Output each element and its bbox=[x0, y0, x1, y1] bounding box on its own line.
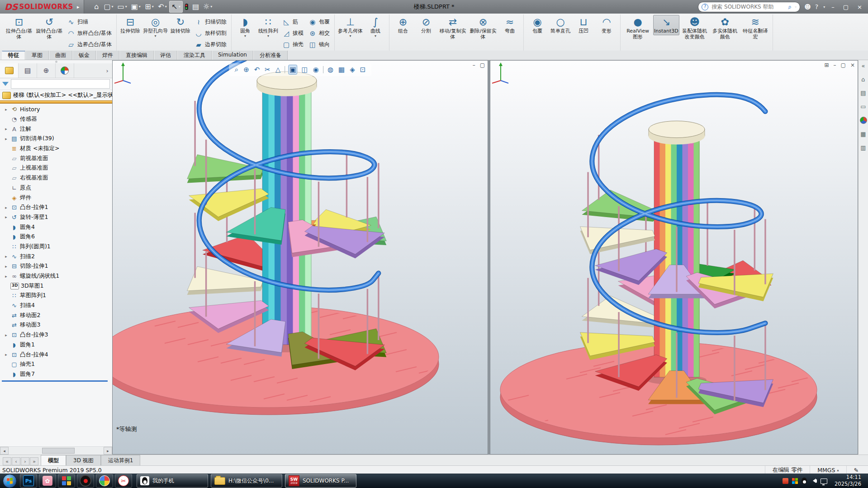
ribbon-button-lofted-boss[interactable]: ◠放样凸台/基体 bbox=[66, 28, 113, 39]
user-icon[interactable]: ☻ bbox=[804, 3, 811, 10]
search-dropdown-icon[interactable]: ▾ bbox=[795, 5, 797, 9]
tree-item[interactable]: ▸∿扫描2 bbox=[1, 251, 112, 261]
tree-horizontal-scrollbar[interactable]: ◂ ▸ bbox=[0, 446, 112, 455]
panel-splitter[interactable] bbox=[0, 60, 112, 63]
tree-item[interactable]: ▸⟲History bbox=[1, 104, 112, 114]
new-document-button[interactable]: ▢▾ bbox=[102, 1, 115, 12]
hide-show-items-icon[interactable]: ◉ bbox=[312, 65, 320, 74]
viewport-left[interactable]: ⌕⊕↶✂△▣◫◉◍▦◈⊡ – ▢ *等轴测 bbox=[112, 60, 488, 455]
tab-钣金[interactable]: 钣金 bbox=[72, 51, 96, 60]
apply-scene-icon[interactable]: ▦ bbox=[337, 65, 346, 74]
print-button[interactable]: ⊞▾ bbox=[143, 1, 156, 12]
tree-item[interactable]: ◗圆角7 bbox=[1, 370, 112, 379]
expand-arrow-icon[interactable]: ▸ bbox=[4, 333, 9, 337]
help-dropdown-icon[interactable]: ▾ bbox=[823, 5, 825, 9]
edit-appearance-icon[interactable]: ◍ bbox=[327, 65, 334, 74]
first-tab-icon[interactable]: « bbox=[3, 457, 11, 465]
ribbon-button-swept-cut[interactable]: ≀扫描切除 bbox=[193, 16, 228, 28]
ribbon-button-wrap[interactable]: ◉包覆 bbox=[307, 16, 331, 28]
ribbon-button-extruded-boss[interactable]: ⊡拉伸凸台/基体 bbox=[4, 15, 34, 41]
screenshot-tool-taskbar-icon[interactable]: ✂ bbox=[115, 474, 132, 488]
tree-item[interactable]: 3D3D草图1 bbox=[1, 281, 112, 291]
tab-特征[interactable]: 特征 bbox=[2, 51, 25, 60]
tree-item[interactable]: ▸A注解 bbox=[1, 124, 112, 134]
prev-tab-icon[interactable]: ‹ bbox=[12, 457, 20, 465]
ribbon-button-curves[interactable]: ∫曲线▾ bbox=[364, 15, 387, 39]
photoshop-taskbar-icon[interactable]: Ps bbox=[20, 474, 37, 488]
taskpane-collapse-icon[interactable]: « bbox=[862, 62, 865, 69]
tree-item[interactable]: ∷阵列(圆周)1 bbox=[1, 242, 112, 252]
tree-item[interactable]: ▸⊡凸台-拉伸3 bbox=[1, 330, 112, 340]
tab-property-manager[interactable]: ▤ bbox=[19, 63, 37, 78]
ribbon-button-assembly-random-color[interactable]: ☻装配体随机改变颜色 bbox=[680, 15, 710, 41]
full-screen-icon[interactable]: ⊡ bbox=[359, 65, 367, 74]
tree-item[interactable]: ≣材质 <未指定> bbox=[1, 144, 112, 154]
filter-funnel-icon[interactable] bbox=[2, 82, 9, 86]
display-style-icon[interactable]: ◫ bbox=[301, 65, 309, 74]
ribbon-button-delete-keep-bodies[interactable]: ⊗删除/保留实体 bbox=[468, 15, 498, 41]
ribbon-button-fillet[interactable]: ◗圆角▾ bbox=[234, 15, 256, 39]
tree-item[interactable]: ▢抽壳1 bbox=[1, 360, 112, 370]
expand-arrow-icon[interactable]: ▸ bbox=[4, 107, 9, 112]
restore-viewport-icon[interactable]: ▢ bbox=[841, 62, 846, 68]
section-view-icon[interactable]: ✂ bbox=[264, 65, 271, 74]
browser-taskbar-icon[interactable] bbox=[96, 474, 113, 488]
scroll-right-icon[interactable]: ▸ bbox=[104, 447, 112, 455]
tree-item[interactable]: ▸▤切割清单(39) bbox=[1, 134, 112, 144]
tab-草图[interactable]: 草图 bbox=[25, 51, 49, 60]
tab-直接编辑[interactable]: 直接编辑 bbox=[119, 51, 154, 60]
ribbon-button-mirror[interactable]: ◫镜向 bbox=[307, 39, 331, 50]
minimize-window-icon[interactable]: – bbox=[829, 4, 837, 10]
tab-configuration-manager[interactable]: ⊕ bbox=[37, 63, 56, 78]
tree-item[interactable]: ▸↺旋转-薄壁1 bbox=[1, 213, 112, 223]
tree-item[interactable]: ⇄移动面3 bbox=[1, 320, 112, 330]
dropdown-arrow-icon[interactable]: ▾ bbox=[267, 34, 269, 38]
tab-渲染工具[interactable]: 渲染工具 bbox=[177, 51, 212, 60]
ribbon-button-combine[interactable]: ⊕组合 bbox=[392, 15, 414, 35]
model-tab-3D 视图[interactable]: 3D 视图 bbox=[66, 455, 101, 466]
tree-item[interactable]: ◔传感器 bbox=[1, 114, 112, 124]
taskbar-window-solidworks[interactable]: SW2019SOLIDWORKS P... bbox=[285, 474, 356, 488]
tab-Simulation[interactable]: Simulation bbox=[212, 51, 253, 60]
volume-tray-icon[interactable] bbox=[811, 479, 817, 483]
rollback-bar[interactable] bbox=[2, 380, 108, 382]
ribbon-button-boundary-boss[interactable]: ▱边界凸台/基体 bbox=[66, 39, 113, 50]
open-button[interactable]: ▭▾ bbox=[116, 1, 129, 12]
start-button[interactable] bbox=[3, 474, 17, 488]
scrollbar-track[interactable] bbox=[9, 447, 104, 454]
dropdown-arrow-icon[interactable]: ▾ bbox=[112, 5, 114, 9]
antivirus-tray-icon[interactable] bbox=[783, 478, 788, 484]
expand-arrow-icon[interactable]: ▸ bbox=[4, 127, 9, 131]
zoom-fit-icon[interactable]: ⌕ bbox=[234, 65, 239, 74]
expand-arrow-icon[interactable]: ▸ bbox=[4, 254, 9, 259]
taskpane-home-icon[interactable]: ⌂ bbox=[861, 76, 865, 83]
ribbon-button-realview[interactable]: ●RealView 图形 bbox=[623, 15, 653, 41]
ribbon-button-lofted-cut[interactable]: ◡放样切割 bbox=[193, 28, 228, 39]
next-tab-icon[interactable]: › bbox=[21, 457, 29, 465]
select-cursor-button[interactable]: ↖▾ bbox=[169, 1, 183, 13]
taskpane-palette-icon[interactable]: ▦ bbox=[860, 131, 866, 137]
taskbar-window-folder[interactable]: H:\微信公众号\0... bbox=[211, 474, 282, 488]
dynamic-annotation-icon[interactable]: △ bbox=[275, 65, 282, 74]
bandicam-taskbar-icon[interactable] bbox=[58, 474, 75, 488]
ribbon-button-multibody-random-color[interactable]: ✿多实体随机颜色 bbox=[710, 15, 740, 41]
tree-item[interactable]: ▱右视基准面 bbox=[1, 173, 112, 183]
previous-view-icon[interactable]: ↶ bbox=[253, 65, 261, 74]
tab-焊件[interactable]: 焊件 bbox=[96, 51, 119, 60]
help-search-box[interactable]: ? ⌕ ▾ bbox=[698, 2, 800, 12]
dropdown-arrow-icon[interactable]: ▾ bbox=[350, 34, 351, 38]
expand-arrow-icon[interactable]: ▸ bbox=[4, 215, 9, 219]
dropdown-arrow-icon[interactable]: ▾ bbox=[210, 5, 212, 9]
dropdown-arrow-icon[interactable]: ▾ bbox=[139, 5, 141, 9]
dropdown-arrow-icon[interactable]: ▾ bbox=[179, 5, 180, 9]
rebuild-traffic-button[interactable] bbox=[183, 1, 190, 12]
model-tab-运动算例1[interactable]: 运动算例1 bbox=[101, 455, 141, 466]
file-properties-button[interactable]: ▤ bbox=[190, 1, 201, 12]
ribbon-button-deform[interactable]: ◠变形 bbox=[595, 15, 618, 35]
home-button[interactable]: ⌂ bbox=[91, 1, 101, 12]
undo-button[interactable]: ↶▾ bbox=[156, 1, 169, 12]
tree-item[interactable]: ∿扫描4 bbox=[1, 301, 112, 311]
tree-item[interactable]: ∟原点 bbox=[1, 183, 112, 193]
windows-update-tray-icon[interactable] bbox=[792, 478, 798, 484]
ribbon-button-intersect[interactable]: ⊛相交 bbox=[307, 28, 331, 39]
